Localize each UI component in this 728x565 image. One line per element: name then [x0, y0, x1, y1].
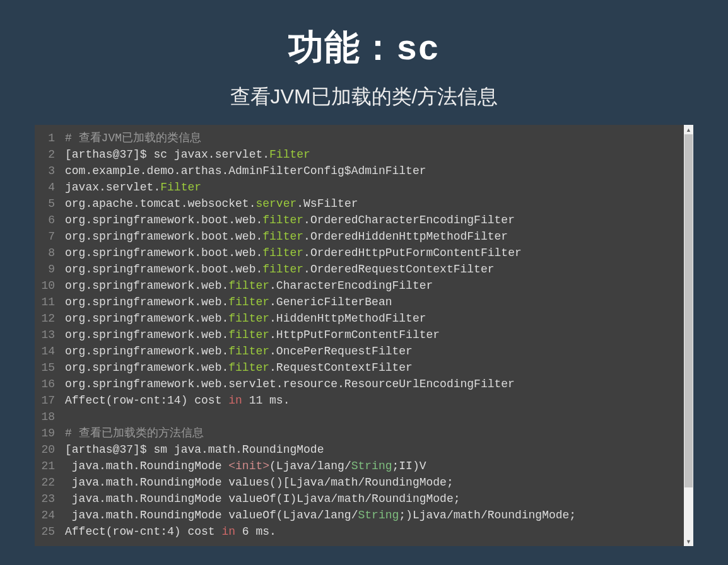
- code-token: .HiddenHttpMethodFilter: [269, 312, 426, 325]
- code-token: .OrderedHiddenHttpMethodFilter: [303, 230, 508, 243]
- code-line: com.example.demo.arthas.AdminFilterConfi…: [65, 163, 684, 179]
- scroll-down-button[interactable]: ▼: [684, 537, 693, 546]
- line-number: 5: [35, 195, 59, 212]
- code-line: [arthas@37]$ sm java.math.RoundingMode: [65, 441, 684, 458]
- line-number: 12: [35, 310, 59, 327]
- slide-subtitle: 查看JVM已加载的类/方法信息: [230, 83, 498, 111]
- code-line: org.apache.tomcat.websocket.server.WsFil…: [65, 195, 684, 212]
- code-line: [arthas@37]$ sc javax.servlet.Filter: [65, 146, 684, 163]
- code-block: 1234567891011121314151617181920212223242…: [35, 125, 693, 546]
- code-token: (Ljava/lang/: [269, 460, 351, 472]
- code-line: Affect(row-cnt:14) cost in 11 ms.: [65, 392, 684, 409]
- line-number: 16: [35, 376, 59, 392]
- slide: 功能：sc 查看JVM已加载的类/方法信息 123456789101112131…: [0, 0, 728, 565]
- code-token: .RequestContextFilter: [269, 361, 413, 374]
- title-prefix: 功能：: [288, 27, 396, 67]
- line-number: 18: [35, 409, 59, 425]
- line-number: 11: [35, 294, 59, 310]
- code-token: Affect(row-cnt:4) cost: [65, 525, 221, 538]
- code-token: org.springframework.web.: [65, 329, 228, 341]
- line-number: 15: [35, 359, 59, 376]
- code-token: org.springframework.web.: [65, 296, 228, 308]
- code-token: server: [255, 197, 296, 210]
- line-number: 19: [35, 425, 59, 441]
- line-number: 13: [35, 327, 59, 343]
- code-line: org.springframework.web.servlet.resource…: [65, 376, 684, 392]
- code-line: org.springframework.web.filter.RequestCo…: [65, 359, 684, 376]
- line-number: 25: [35, 523, 59, 540]
- code-token: in: [228, 394, 242, 407]
- code-token: [65, 411, 72, 423]
- code-token: .WsFilter: [296, 197, 358, 210]
- line-number: 17: [35, 392, 59, 409]
- line-number: 4: [35, 179, 59, 195]
- code-token: 6 ms.: [235, 525, 276, 538]
- code-token: Affect(row-cnt:14) cost: [65, 394, 228, 407]
- code-line: java.math.RoundingMode <init>(Ljava/lang…: [65, 458, 684, 474]
- code-token: com.example.demo.arthas.AdminFilterConfi…: [65, 165, 426, 177]
- code-token: .OncePerRequestFilter: [269, 345, 413, 358]
- code-line: org.springframework.web.filter.Character…: [65, 277, 684, 294]
- code-token: ;II)V: [392, 460, 426, 472]
- code-token: filter: [228, 312, 269, 325]
- line-number: 8: [35, 245, 59, 261]
- code-line: # 查看已加载类的方法信息: [65, 425, 684, 441]
- line-number: 3: [35, 163, 59, 179]
- code-token: java.math.RoundingMode: [65, 460, 228, 472]
- code-token: [arthas@37]$ sm java.math.RoundingMode: [65, 443, 324, 456]
- line-number: 2: [35, 146, 59, 163]
- code-token: org.springframework.boot.web.: [65, 247, 262, 259]
- code-line: [65, 409, 684, 425]
- line-number: 21: [35, 458, 59, 474]
- code-token: String: [351, 460, 392, 472]
- code-token: java.math.RoundingMode values()[Ljava/ma…: [65, 476, 454, 489]
- code-token: filter: [228, 329, 269, 341]
- code-token: <init>: [228, 460, 269, 472]
- code-line: Affect(row-cnt:4) cost in 6 ms.: [65, 523, 684, 540]
- code-line: org.springframework.web.filter.HiddenHtt…: [65, 310, 684, 327]
- code-token: org.springframework.web.: [65, 312, 228, 325]
- vertical-scrollbar[interactable]: ▲ ▼: [684, 125, 693, 546]
- code-token: java.math.RoundingMode valueOf(I)Ljava/m…: [65, 492, 461, 505]
- code-content: # 查看JVM已加载的类信息[arthas@37]$ sc javax.serv…: [59, 125, 684, 546]
- code-token: org.springframework.boot.web.: [65, 214, 262, 226]
- code-token: javax.servlet.: [65, 181, 160, 194]
- scroll-up-button[interactable]: ▲: [684, 125, 693, 134]
- code-line: javax.servlet.Filter: [65, 179, 684, 195]
- code-token: .OrderedRequestContextFilter: [303, 263, 494, 276]
- code-token: org.springframework.boot.web.: [65, 230, 262, 243]
- code-token: filter: [228, 296, 269, 308]
- code-token: java.math.RoundingMode valueOf(Ljava/lan…: [65, 509, 358, 521]
- line-number: 20: [35, 441, 59, 458]
- code-token: filter: [228, 345, 269, 358]
- line-number: 1: [35, 130, 59, 146]
- line-number: 7: [35, 228, 59, 245]
- code-token: filter: [262, 214, 303, 226]
- code-token: .OrderedCharacterEncodingFilter: [303, 214, 515, 226]
- code-token: filter: [262, 230, 303, 243]
- code-token: ;)Ljava/math/RoundingMode;: [399, 509, 576, 521]
- code-token: .GenericFilterBean: [269, 296, 392, 308]
- code-line: java.math.RoundingMode values()[Ljava/ma…: [65, 474, 684, 491]
- code-token: org.springframework.web.servlet.resource…: [65, 378, 515, 390]
- code-token: org.springframework.boot.web.: [65, 263, 262, 276]
- code-token: # 查看已加载类的方法信息: [65, 427, 204, 440]
- code-token: .OrderedHttpPutFormContentFilter: [303, 247, 522, 259]
- code-token: Filter: [160, 181, 201, 194]
- line-number: 6: [35, 212, 59, 228]
- code-line: org.springframework.boot.web.filter.Orde…: [65, 261, 684, 277]
- code-line: java.math.RoundingMode valueOf(I)Ljava/m…: [65, 491, 684, 507]
- code-token: in: [221, 525, 235, 538]
- code-token: 11 ms.: [242, 394, 290, 407]
- code-token: # 查看JVM已加载的类信息: [65, 132, 201, 144]
- line-number-gutter: 1234567891011121314151617181920212223242…: [35, 125, 59, 546]
- code-line: org.springframework.web.filter.GenericFi…: [65, 294, 684, 310]
- title-command: sc: [396, 30, 440, 70]
- code-token: .HttpPutFormContentFilter: [269, 329, 440, 341]
- code-line: org.springframework.boot.web.filter.Orde…: [65, 212, 684, 228]
- code-token: .CharacterEncodingFilter: [269, 279, 433, 292]
- code-token: org.apache.tomcat.websocket.: [65, 197, 255, 210]
- scroll-thumb[interactable]: [684, 134, 693, 487]
- code-line: org.springframework.boot.web.filter.Orde…: [65, 228, 684, 245]
- line-number: 22: [35, 474, 59, 491]
